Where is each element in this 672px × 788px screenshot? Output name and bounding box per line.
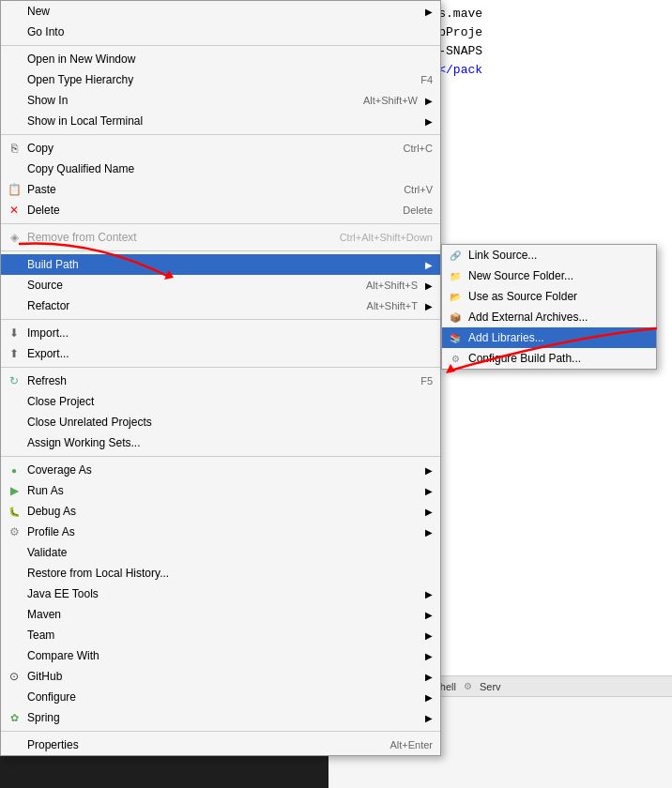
menu-item-go-into[interactable]: Go Into: [1, 22, 440, 42]
menu-item-github[interactable]: ⊙ GitHub ▶: [1, 666, 440, 687]
refresh-icon: ↻: [7, 373, 22, 388]
separator-1: [1, 45, 440, 46]
submenu-item-add-external-archives[interactable]: 📦 Add External Archives...: [442, 307, 656, 327]
add-libraries-icon: 📚: [448, 330, 463, 345]
menu-item-build-path[interactable]: Build Path ▶: [1, 254, 440, 275]
submenu-arrow-debug: ▶: [425, 507, 433, 517]
menu-item-restore-history[interactable]: Restore from Local History...: [1, 563, 440, 583]
menu-item-paste[interactable]: 📋 Paste Ctrl+V: [1, 179, 440, 200]
menu-item-configure[interactable]: Configure ▶: [1, 687, 440, 707]
separator-2: [1, 134, 440, 135]
remove-context-icon: ◈: [7, 230, 22, 245]
submenu-arrow-terminal: ▶: [425, 116, 433, 127]
menu-item-source[interactable]: Source Alt+Shift+S ▶: [1, 275, 440, 296]
submenu-arrow-refactor: ▶: [425, 301, 433, 311]
submenu-arrow-profile: ▶: [425, 527, 433, 538]
debug-icon: 🐛: [7, 504, 22, 519]
menu-item-refactor[interactable]: Refactor Alt+Shift+T ▶: [1, 296, 440, 316]
use-source-icon: 📂: [448, 289, 463, 304]
submenu-item-use-as-source[interactable]: 📂 Use as Source Folder: [442, 286, 656, 307]
menu-item-compare-with[interactable]: Compare With ▶: [1, 645, 440, 666]
submenu-item-new-source-folder[interactable]: 📁 New Source Folder...: [442, 265, 656, 286]
submenu-item-configure-build-path[interactable]: ⚙ Configure Build Path...: [442, 348, 656, 369]
menu-item-new[interactable]: New ▶: [1, 1, 440, 22]
menu-item-show-local-terminal[interactable]: Show in Local Terminal ▶: [1, 111, 440, 131]
menu-item-spring[interactable]: ✿ Spring ▶: [1, 707, 440, 728]
submenu-arrow-build-path: ▶: [425, 260, 433, 270]
menu-item-import[interactable]: ⬇ Import...: [1, 323, 440, 343]
build-path-submenu: 🔗 Link Source... 📁 New Source Folder... …: [441, 244, 657, 370]
submenu-arrow-maven: ▶: [425, 610, 433, 620]
menu-item-open-new-window[interactable]: Open in New Window: [1, 49, 440, 69]
github-icon: ⊙: [7, 669, 22, 684]
submenu-arrow-spring: ▶: [425, 713, 433, 723]
submenu-arrow-source: ▶: [425, 280, 433, 291]
submenu-arrow-new: ▶: [425, 7, 433, 17]
menu-item-team[interactable]: Team ▶: [1, 625, 440, 645]
configure-build-path-icon: ⚙: [448, 351, 463, 366]
submenu-item-link-source[interactable]: 🔗 Link Source...: [442, 245, 656, 265]
link-source-icon: 🔗: [448, 248, 463, 263]
menu-item-show-in[interactable]: Show In Alt+Shift+W ▶: [1, 90, 440, 111]
menu-item-export[interactable]: ⬆ Export...: [1, 343, 440, 364]
context-menu: New ▶ Go Into Open in New Window Open Ty…: [0, 0, 441, 756]
menu-item-refresh[interactable]: ↻ Refresh F5: [1, 371, 440, 391]
separator-8: [1, 731, 440, 732]
menu-item-open-type-hierarchy[interactable]: Open Type Hierarchy F4: [1, 69, 440, 90]
submenu-arrow-github: ▶: [425, 672, 433, 682]
menu-item-delete[interactable]: ✕ Delete Delete: [1, 200, 440, 220]
tab-serv[interactable]: Serv: [476, 680, 505, 693]
menu-item-copy-qualified[interactable]: Copy Qualified Name: [1, 159, 440, 179]
submenu-arrow-compare: ▶: [425, 651, 433, 661]
new-source-folder-icon: 📁: [448, 268, 463, 283]
submenu-arrow-java-ee: ▶: [425, 589, 433, 599]
menu-item-coverage-as[interactable]: ● Coverage As ▶: [1, 460, 440, 480]
profile-icon: ⚙: [7, 524, 22, 539]
copy-icon: ⎘: [7, 141, 22, 156]
run-icon: ▶: [7, 483, 22, 498]
submenu-arrow-configure: ▶: [425, 692, 433, 703]
spring-icon: ✿: [7, 710, 22, 725]
add-external-archives-icon: 📦: [448, 310, 463, 325]
separator-5: [1, 319, 440, 320]
menu-item-debug-as[interactable]: 🐛 Debug As ▶: [1, 501, 440, 522]
separator-6: [1, 367, 440, 368]
menu-item-remove-context[interactable]: ◈ Remove from Context Ctrl+Alt+Shift+Dow…: [1, 227, 440, 248]
menu-item-copy[interactable]: ⎘ Copy Ctrl+C: [1, 138, 440, 159]
menu-item-close-unrelated[interactable]: Close Unrelated Projects: [1, 412, 440, 432]
menu-item-assign-working[interactable]: Assign Working Sets...: [1, 432, 440, 453]
submenu-arrow-show-in: ▶: [425, 96, 433, 106]
menu-item-validate[interactable]: Validate: [1, 542, 440, 563]
separator-7: [1, 456, 440, 457]
menu-item-java-ee-tools[interactable]: Java EE Tools ▶: [1, 583, 440, 604]
submenu-arrow-coverage: ▶: [425, 465, 433, 476]
menu-item-maven[interactable]: Maven ▶: [1, 604, 440, 625]
submenu-arrow-team: ▶: [425, 630, 433, 641]
coverage-icon: ●: [7, 462, 22, 477]
menu-item-properties[interactable]: Properties Alt+Enter: [1, 735, 440, 755]
separator-3: [1, 223, 440, 224]
menu-item-close-project[interactable]: Close Project: [1, 391, 440, 412]
submenu-item-add-libraries[interactable]: 📚 Add Libraries...: [442, 327, 656, 348]
submenu-arrow-run: ▶: [425, 486, 433, 496]
delete-icon: ✕: [7, 203, 22, 218]
menu-item-run-as[interactable]: ▶ Run As ▶: [1, 480, 440, 501]
menu-item-profile-as[interactable]: ⚙ Profile As ▶: [1, 522, 440, 542]
separator-4: [1, 250, 440, 251]
paste-icon: 📋: [7, 182, 22, 197]
import-icon: ⬇: [7, 326, 22, 341]
export-icon: ⬆: [7, 346, 22, 361]
